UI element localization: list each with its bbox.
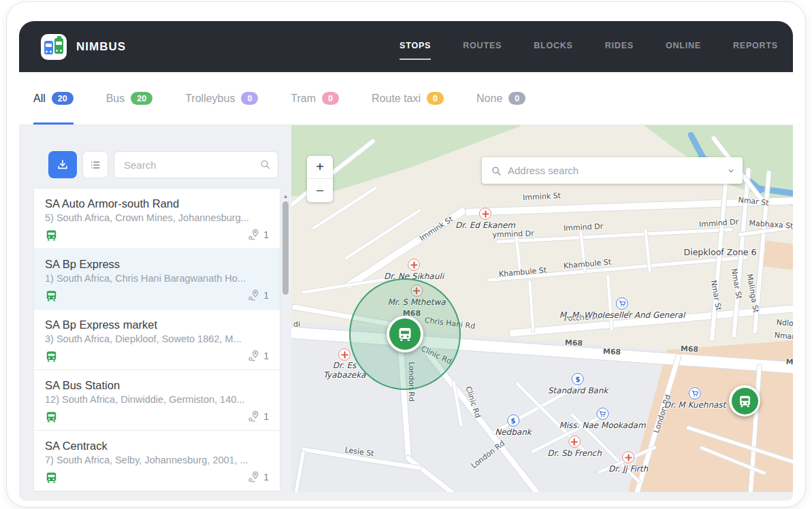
stop-row-sa-bp-express[interactable]: SA Bp Express 1) South Africa, Chris Han… <box>34 249 280 310</box>
stop-route-count: 1 <box>263 472 269 482</box>
stop-title: SA Bp Express <box>45 258 269 271</box>
filter-count-badge: 0 <box>508 92 525 105</box>
filter-tab-label: Route taxi <box>372 93 421 105</box>
street-label-london-rd: London Rd <box>470 439 506 470</box>
pin-count-icon <box>246 228 260 242</box>
stop-row-sa-auto-armor-south-rand[interactable]: SA Auto Armor-south Rand 5) South Africa… <box>34 188 280 249</box>
map-poi-dr-m-kuehnast: Dr. M Kuehnast <box>664 387 726 410</box>
brand: NIMBUS <box>40 33 126 61</box>
address-search <box>482 157 743 184</box>
stop-list: SA Auto Armor-south Rand 5) South Africa… <box>33 188 280 492</box>
stop-title: SA Bp Express market <box>45 318 269 331</box>
app-header: NIMBUS STOPSROUTESBLOCKSRIDESONLINEREPOR… <box>19 21 793 72</box>
bank-poi-icon: $ <box>507 414 519 427</box>
map-road <box>292 450 306 492</box>
stop-row-sa-centrack[interactable]: SA Centrack 7) South Africa, Selby, Joha… <box>34 431 280 491</box>
nimbus-logo-icon <box>40 33 67 61</box>
poi-name: Standard Bank <box>548 386 608 395</box>
list-scrollbar[interactable]: ▲ <box>281 188 290 492</box>
nav-item-routes[interactable]: ROUTES <box>463 34 502 60</box>
export-button[interactable] <box>48 151 77 178</box>
medical-poi-icon <box>568 436 581 448</box>
map-poi-m-m-wholeseller-and-general: M. M. Wholeseller And General <box>559 297 685 320</box>
poi-name: Nedbank <box>495 427 532 437</box>
map-poi-standard-bank: $ Standard Bank <box>548 373 608 395</box>
filter-tab-tram[interactable]: Tram 0 <box>291 72 339 125</box>
stop-title: SA Centrack <box>45 440 269 453</box>
street-label-di: di <box>293 320 300 329</box>
poi-name: Dr. Ed Ekanem <box>455 220 515 230</box>
zoom-out-button[interactable]: − <box>307 179 333 202</box>
map[interactable]: Immink StImmink StNmar StMabhaxa StImmin… <box>291 125 793 492</box>
street-label-m68: M68 <box>681 344 699 354</box>
map-poi-dr-ed-ekanem: Dr. Ed Ekanem <box>455 208 515 230</box>
search-icon <box>259 158 272 171</box>
filter-count-badge: 0 <box>241 92 258 105</box>
stop-title: SA Auto Armor-south Rand <box>45 197 269 210</box>
stop-row-sa-bp-express-market[interactable]: SA Bp Express market 3) South Africa, Di… <box>34 310 280 370</box>
vehicle-filter-bar: All 20 Bus 20 Trolleybus 0 Tram 0 Route … <box>19 72 793 125</box>
nav-item-rides[interactable]: RIDES <box>605 34 634 60</box>
zoom-in-button[interactable]: + <box>307 156 333 179</box>
nav-item-stops[interactable]: STOPS <box>400 34 431 60</box>
shop-poi-icon <box>616 297 628 310</box>
poi-name: M. M. Wholeseller And General <box>559 310 685 320</box>
stop-route-count: 1 <box>263 411 269 422</box>
filter-tab-label: Tram <box>291 93 316 105</box>
map-poi-dr-jj-firth: Dr. Jj Firth <box>608 451 648 474</box>
chevron-down-icon[interactable] <box>726 166 736 176</box>
bus-icon <box>397 326 413 342</box>
stop-row-sa-bus-station[interactable]: SA Bus Station 12) South Africa, Dinwidd… <box>34 370 280 431</box>
street-label-m68: M68 <box>603 347 621 357</box>
bus-icon <box>45 350 58 363</box>
stop-route-count: 1 <box>263 290 269 301</box>
map-poi-dr-ne-sikhauli: Dr. Ne Sikhauli <box>384 259 444 281</box>
list-icon <box>90 159 101 171</box>
medical-poi-icon <box>622 451 634 463</box>
main-area: SA Auto Armor-south Rand 5) South Africa… <box>19 125 793 501</box>
poi-name: Dr. Sb French <box>547 448 602 458</box>
stop-search-input[interactable] <box>114 151 278 178</box>
bus-icon <box>45 410 58 423</box>
main-nav: STOPSROUTESBLOCKSRIDESONLINEREPORTS <box>400 34 778 60</box>
filter-count-badge: 20 <box>131 92 152 105</box>
map-poi-dr-sb-french: Dr. Sb French <box>547 436 602 458</box>
scrollbar-up-arrow[interactable]: ▲ <box>281 188 290 199</box>
stop-subtitle: 12) South Africa, Dinwiddie, Germiston, … <box>45 394 269 405</box>
scrollbar-thumb[interactable] <box>282 201 289 295</box>
filter-tab-all[interactable]: All 20 <box>33 72 74 125</box>
shop-poi-icon <box>689 387 701 399</box>
filter-count-badge: 0 <box>427 92 444 105</box>
filter-tab-none[interactable]: None 0 <box>476 72 525 125</box>
stop-subtitle: 3) South Africa, Diepkloof, Soweto 1862,… <box>45 333 269 344</box>
filter-tab-label: All <box>33 93 46 105</box>
filter-tab-bus[interactable]: Bus 20 <box>106 72 152 125</box>
bus-icon <box>45 289 58 302</box>
map-poi-nedbank: $ Nedbank <box>495 414 532 437</box>
list-view-button[interactable] <box>82 151 108 178</box>
pin-count-icon <box>246 349 260 363</box>
stop-search <box>114 151 278 178</box>
bus-icon <box>45 471 58 484</box>
pin-count-icon <box>246 289 260 302</box>
filter-tab-trolleybus[interactable]: Trolleybus 0 <box>185 72 258 125</box>
stop-marker[interactable] <box>729 385 760 416</box>
brand-name: NIMBUS <box>76 40 126 54</box>
nav-item-blocks[interactable]: BLOCKS <box>534 34 573 60</box>
street-label-ymmind-dr: ymmind Dr <box>492 229 534 239</box>
poi-name: Dr. M Kuehnast <box>664 400 726 410</box>
street-label-m68: M68 <box>565 338 583 348</box>
sidebar-toolbar <box>48 151 278 178</box>
filter-tab-label: Trolleybus <box>185 93 235 105</box>
filter-tab-route-taxi[interactable]: Route taxi 0 <box>372 72 444 125</box>
bank-poi-icon: $ <box>572 373 584 385</box>
stop-title: SA Bus Station <box>45 379 269 392</box>
medical-poi-icon <box>479 208 491 220</box>
nav-item-online[interactable]: ONLINE <box>666 34 701 60</box>
map-road <box>404 454 469 492</box>
selected-stop-marker[interactable] <box>387 316 423 352</box>
nav-item-reports[interactable]: REPORTS <box>733 34 778 60</box>
stop-subtitle: 1) South Africa, Chris Hani Baragwanath … <box>45 273 269 284</box>
address-search-input[interactable] <box>508 165 726 176</box>
stop-list-wrap: SA Auto Armor-south Rand 5) South Africa… <box>33 188 290 492</box>
